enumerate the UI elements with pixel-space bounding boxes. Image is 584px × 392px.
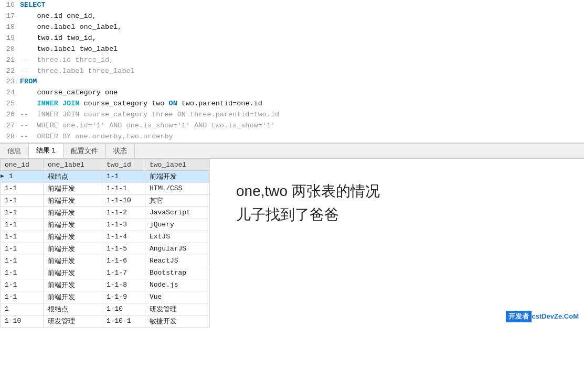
table-cell: 前端开发 (43, 219, 102, 231)
line-number: 17 (0, 11, 20, 22)
table-cell: AngularJS (145, 243, 209, 255)
line-code: -- three.label three_label (20, 66, 584, 77)
code-line: 26-- INNER JOIN course_category three ON… (0, 110, 584, 121)
table-cell: 1-1 (1, 243, 44, 255)
table-cell: 1-1 (1, 182, 44, 194)
table-cell: 1-1-7 (102, 267, 145, 279)
table-row[interactable]: 1-1前端开发1-1-3jQuery (1, 219, 209, 231)
line-number: 26 (0, 110, 20, 121)
table-cell: 前端开发 (43, 206, 102, 219)
code-line: 19 two.id two_id, (0, 33, 584, 44)
line-code: two.label two_label (20, 44, 584, 55)
table-cell: ExtJS (145, 231, 209, 243)
code-line: 17 one.id one_id, (0, 11, 584, 22)
results-panel: one_idone_labeltwo_idtwo_label▶1根结点1-1前端… (0, 159, 584, 328)
line-code: -- ORDER BY one.orderby,two.orderby (20, 132, 584, 143)
table-cell: 1-1 (1, 206, 44, 219)
table-cell: 前端开发 (43, 267, 102, 279)
table-row[interactable]: 1-1前端开发1-1-10其它 (1, 194, 209, 206)
table-cell: 前端开发 (43, 182, 102, 194)
table-cell: 1-1 (1, 267, 44, 279)
line-code: -- three.id three_id, (20, 55, 584, 66)
table-cell: 1-1 (102, 170, 145, 182)
line-number: 25 (0, 99, 20, 110)
code-line: 23FROM (0, 77, 584, 88)
table-row[interactable]: 1根结点1-10研发管理 (1, 303, 209, 315)
table-header: one_id (1, 159, 44, 170)
tab-状态[interactable]: 状态 (106, 144, 135, 158)
table-cell: HTML/CSS (145, 182, 209, 194)
line-number: 24 (0, 88, 20, 99)
table-row[interactable]: 1-1前端开发1-1-6ReactJS (1, 255, 209, 267)
code-line: 18 one.label one_label, (0, 22, 584, 33)
table-row[interactable]: 1-1前端开发1-1-7Bootstrap (1, 267, 209, 279)
code-line: 21-- three.id three_id, (0, 55, 584, 66)
table-cell: 1-10-1 (102, 315, 145, 327)
table-cell: 1-1 (1, 219, 44, 231)
code-panel: 16SELECT17 one.id one_id,18 one.label on… (0, 0, 584, 143)
table-row[interactable]: 1-1前端开发1-1-8Node.js (1, 279, 209, 291)
table-row[interactable]: 1-1前端开发1-1-5AngularJS (1, 243, 209, 255)
table-cell: 前端开发 (43, 255, 102, 267)
table-row[interactable]: 1-1前端开发1-1-9Vue (1, 291, 209, 303)
table-row[interactable]: ▶1根结点1-1前端开发 (1, 170, 209, 182)
line-code: two.id two_id, (20, 33, 584, 44)
line-number: 19 (0, 33, 20, 44)
table-cell: 1-1 (1, 231, 44, 243)
table-cell: 1-1-3 (102, 219, 145, 231)
table-cell: Vue (145, 291, 209, 303)
line-number: 23 (0, 77, 20, 88)
watermark-site: cstDevZe.CoM (532, 312, 579, 320)
line-number: 18 (0, 22, 20, 33)
code-line: 22-- three.label three_label (0, 66, 584, 77)
table-cell: 1-1-9 (102, 291, 145, 303)
line-code: SELECT (20, 0, 584, 11)
table-row[interactable]: 1-1前端开发1-1-4ExtJS (1, 231, 209, 243)
line-number: 16 (0, 0, 20, 11)
results-table: one_idone_labeltwo_idtwo_label▶1根结点1-1前端… (0, 159, 209, 328)
table-header: two_label (145, 159, 209, 170)
table-cell: 敏捷开发 (145, 315, 209, 327)
tab-配置文件[interactable]: 配置文件 (63, 144, 106, 158)
watermark: 开发者 cstDevZe.CoM (506, 311, 579, 322)
table-cell: 前端开发 (43, 279, 102, 291)
table-row[interactable]: 1-1前端开发1-1-2JavaScript (1, 206, 209, 219)
table-cell: 1-1 (1, 255, 44, 267)
table-row[interactable]: 1-1前端开发1-1-1HTML/CSS (1, 182, 209, 194)
table-cell: 1-1-1 (102, 182, 145, 194)
line-code: INNER JOIN course_category two ON two.pa… (20, 99, 584, 110)
table-cell: 1-1-10 (102, 194, 145, 206)
line-code: -- WHERE one.id='1' AND one.is_show='1' … (20, 121, 584, 132)
table-cell: 其它 (145, 194, 209, 206)
row-arrow-icon: ▶ (1, 172, 4, 179)
tab-信息[interactable]: 信息 (0, 144, 29, 158)
table-row[interactable]: 1-10研发管理1-10-1敏捷开发 (1, 315, 209, 327)
tab-结果1[interactable]: 结果 1 (29, 144, 63, 158)
table-cell: 1-10 (102, 303, 145, 315)
annotation-line2: 儿子找到了爸爸 (236, 203, 568, 227)
line-number: 27 (0, 121, 20, 132)
table-cell: 根结点 (43, 303, 102, 315)
table-cell: 1-1-5 (102, 243, 145, 255)
code-line: 27-- WHERE one.id='1' AND one.is_show='1… (0, 121, 584, 132)
table-cell: Node.js (145, 279, 209, 291)
line-number: 21 (0, 55, 20, 66)
table-cell: 1-1-4 (102, 231, 145, 243)
line-number: 28 (0, 132, 20, 143)
table-cell: 前端开发 (43, 194, 102, 206)
annotation-text: one,two 两张表的情况 儿子找到了爸爸 (236, 180, 568, 227)
line-code: one.id one_id, (20, 11, 584, 22)
line-code: one.label one_label, (20, 22, 584, 33)
table-wrapper: one_idone_labeltwo_idtwo_label▶1根结点1-1前端… (0, 159, 210, 328)
line-code: FROM (20, 77, 584, 88)
table-header: two_id (102, 159, 145, 170)
table-cell: jQuery (145, 219, 209, 231)
table-cell: 1-1 (1, 279, 44, 291)
table-cell: 前端开发 (43, 243, 102, 255)
table-cell: 根结点 (43, 170, 102, 182)
code-line: 28-- ORDER BY one.orderby,two.orderby (0, 132, 584, 143)
table-cell: Bootstrap (145, 267, 209, 279)
table-cell: 1 (1, 303, 44, 315)
code-line: 16SELECT (0, 0, 584, 11)
table-cell: 1-10 (1, 315, 44, 327)
